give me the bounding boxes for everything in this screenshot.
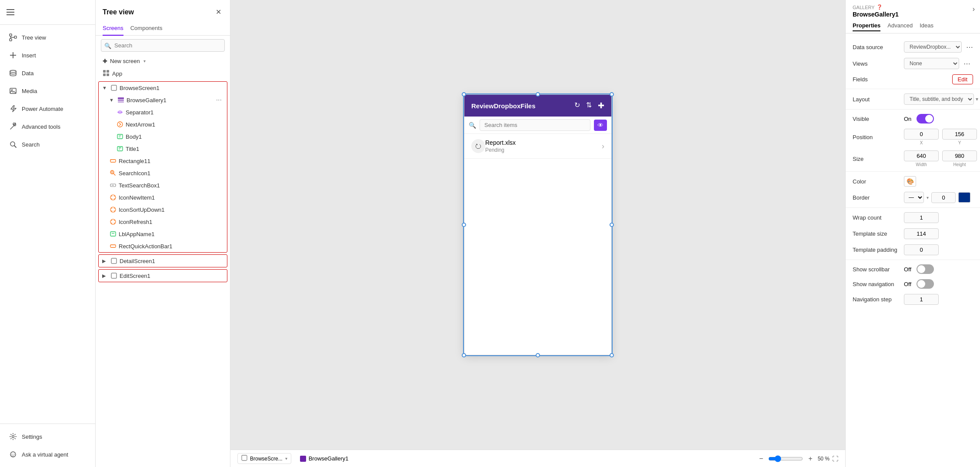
new-screen-button[interactable]: ✚ New screen ▾ bbox=[96, 55, 230, 67]
rp-views-select[interactable]: None bbox=[904, 58, 959, 69]
gallery-item-subtitle: Pending bbox=[485, 147, 602, 153]
rp-width-input[interactable] bbox=[904, 150, 939, 161]
gallery-item[interactable]: ⭮ Report.xlsx Pending › bbox=[464, 134, 611, 159]
icon-sort-updown1-row[interactable]: IconSortUpDown1 bbox=[99, 203, 227, 216]
tree-search-input[interactable] bbox=[101, 39, 225, 52]
rp-wrap-count-input[interactable] bbox=[904, 212, 939, 223]
rp-template-padding-input[interactable] bbox=[904, 244, 939, 255]
browse-screen1-icon bbox=[110, 84, 118, 92]
rp-show-navigation-row: Show navigation Off bbox=[846, 277, 980, 291]
refresh-icon[interactable]: ↻ bbox=[574, 101, 580, 110]
sidebar-item-insert[interactable]: Insert bbox=[2, 47, 93, 64]
rp-position-x-input[interactable] bbox=[904, 129, 939, 140]
rp-template-size-control bbox=[904, 228, 973, 239]
rp-visible-toggle[interactable] bbox=[917, 114, 934, 123]
rp-fields-edit-button[interactable]: Edit bbox=[952, 74, 973, 84]
rp-border-width-input[interactable] bbox=[931, 192, 956, 203]
tab-components[interactable]: Components bbox=[130, 21, 163, 36]
sidebar-item-media[interactable]: Media bbox=[2, 82, 93, 100]
browse-gallery1-dots[interactable]: ··· bbox=[214, 96, 223, 104]
svg-point-55 bbox=[114, 210, 115, 212]
rp-position-label: Position bbox=[853, 134, 900, 140]
fullscreen-button[interactable]: ⛶ bbox=[832, 455, 838, 462]
sidebar-item-advanced-tools[interactable]: Advanced tools bbox=[2, 118, 93, 135]
edit-screen1-row[interactable]: ▶ EditScreen1 bbox=[99, 270, 227, 282]
detail-screen1-row[interactable]: ▶ DetailScreen1 bbox=[99, 255, 227, 267]
sidebar-item-label-advanced-tools: Advanced tools bbox=[22, 123, 60, 130]
text-search-box1-row[interactable]: TextSearchBox1 bbox=[99, 179, 227, 191]
svg-point-53 bbox=[114, 208, 115, 209]
zoom-slider[interactable] bbox=[768, 455, 803, 462]
browse-gallery1-row[interactable]: ▼ BrowseGallery1 ··· bbox=[99, 94, 227, 106]
next-arrow1-row[interactable]: NextArrow1 bbox=[99, 118, 227, 130]
new-item-icon[interactable]: ✚ bbox=[598, 101, 604, 110]
rp-color-control: 🎨 bbox=[904, 176, 973, 187]
rp-data-source-select[interactable]: ReviewDropbox... bbox=[904, 41, 962, 53]
rp-collapse-button[interactable]: › bbox=[973, 5, 975, 13]
sidebar-item-label-settings: Settings bbox=[22, 434, 42, 440]
svg-point-56 bbox=[110, 219, 116, 224]
icon-refresh1-icon bbox=[109, 218, 117, 226]
canvas-search-input[interactable] bbox=[480, 119, 590, 131]
rp-data-source-dots[interactable]: ⋯ bbox=[963, 42, 976, 52]
detail-screen1-label: DetailScreen1 bbox=[120, 258, 223, 264]
rp-height-input[interactable] bbox=[942, 150, 977, 161]
browse-screen1-row[interactable]: ▼ BrowseScreen1 bbox=[99, 82, 227, 94]
zoom-in-button[interactable]: + bbox=[806, 454, 815, 464]
rp-navigation-step-input[interactable] bbox=[904, 294, 939, 305]
tree-close-button[interactable]: ✕ bbox=[214, 6, 223, 18]
sidebar-item-label-tree-view: Tree view bbox=[22, 34, 46, 41]
hamburger-button[interactable] bbox=[3, 5, 17, 19]
rect-quick-action-bar1-row[interactable]: RectQuickActionBar1 bbox=[99, 240, 227, 252]
icon-new-item1-row[interactable]: IconNewItem1 bbox=[99, 191, 227, 203]
rp-wrap-count-label: Wrap count bbox=[853, 214, 900, 221]
icon-sort-updown1-icon bbox=[109, 206, 117, 213]
canvas-action-button[interactable]: 👁 bbox=[594, 120, 607, 131]
rp-show-navigation-toggle[interactable] bbox=[917, 279, 934, 289]
rp-position-y-input[interactable] bbox=[942, 129, 977, 140]
rectangle11-row[interactable]: Rectangle11 bbox=[99, 155, 227, 167]
sidebar-item-search[interactable]: Search bbox=[2, 136, 93, 153]
sidebar-item-power-automate[interactable]: Power Automate bbox=[2, 100, 93, 117]
rp-border-row: Border — ▾ bbox=[846, 189, 980, 206]
browse-gallery1-icon bbox=[117, 96, 125, 104]
sidebar-item-data[interactable]: Data bbox=[2, 64, 93, 82]
body1-row[interactable]: Body1 bbox=[99, 130, 227, 143]
sort-icon[interactable]: ⇅ bbox=[586, 101, 592, 110]
search-icon1-row[interactable]: SearchIcon1 bbox=[99, 167, 227, 179]
svg-point-46 bbox=[110, 195, 116, 200]
rp-show-scrollbar-toggle[interactable] bbox=[917, 264, 934, 274]
tab-screens[interactable]: Screens bbox=[103, 21, 123, 36]
canvas-search-bar: 🔍 👁 bbox=[464, 117, 611, 134]
icon-refresh1-row[interactable]: IconRefresh1 bbox=[99, 216, 227, 228]
rp-help-icon[interactable]: ❓ bbox=[877, 4, 883, 10]
rp-layout-select[interactable]: Title, subtitle, and body bbox=[904, 93, 974, 105]
svg-rect-24 bbox=[103, 73, 106, 76]
sidebar-item-tree-view[interactable]: Tree view bbox=[2, 29, 93, 46]
rp-tab-properties[interactable]: Properties bbox=[853, 20, 880, 31]
lbl-app-name1-row[interactable]: LblAppName1 bbox=[99, 228, 227, 240]
rp-views-dots[interactable]: ⋯ bbox=[961, 59, 973, 69]
app-item[interactable]: App bbox=[96, 67, 230, 80]
screen-selector-pill[interactable]: BrowseScre... ▾ bbox=[237, 453, 291, 464]
app-title: ReviewDropboxFiles bbox=[471, 102, 536, 110]
rp-template-size-input[interactable] bbox=[904, 228, 939, 239]
rp-border-color-swatch[interactable] bbox=[958, 192, 970, 203]
rp-size-control: Width Height bbox=[904, 150, 977, 167]
rp-tab-advanced[interactable]: Advanced bbox=[887, 20, 913, 31]
svg-point-49 bbox=[111, 198, 113, 200]
rp-border-style-select[interactable]: — bbox=[904, 192, 924, 203]
sidebar-item-settings[interactable]: Settings bbox=[2, 428, 93, 445]
rp-position-row: Position X Y bbox=[846, 126, 980, 148]
sidebar-item-ask-agent[interactable]: Ask a virtual agent bbox=[2, 446, 93, 463]
gallery-indicator-pill[interactable]: BrowseGallery1 bbox=[297, 454, 352, 463]
zoom-out-button[interactable]: − bbox=[757, 454, 766, 464]
rp-tab-ideas[interactable]: Ideas bbox=[920, 20, 933, 31]
icon-refresh1-label: IconRefresh1 bbox=[119, 219, 223, 225]
title1-row[interactable]: Title1 bbox=[99, 143, 227, 155]
edit-screen1-label: EditScreen1 bbox=[120, 273, 223, 279]
separator1-row[interactable]: Separator1 bbox=[99, 106, 227, 118]
svg-point-14 bbox=[11, 90, 13, 91]
rp-show-navigation-value: Off bbox=[904, 281, 911, 287]
rp-color-swatch[interactable]: 🎨 bbox=[904, 176, 916, 187]
